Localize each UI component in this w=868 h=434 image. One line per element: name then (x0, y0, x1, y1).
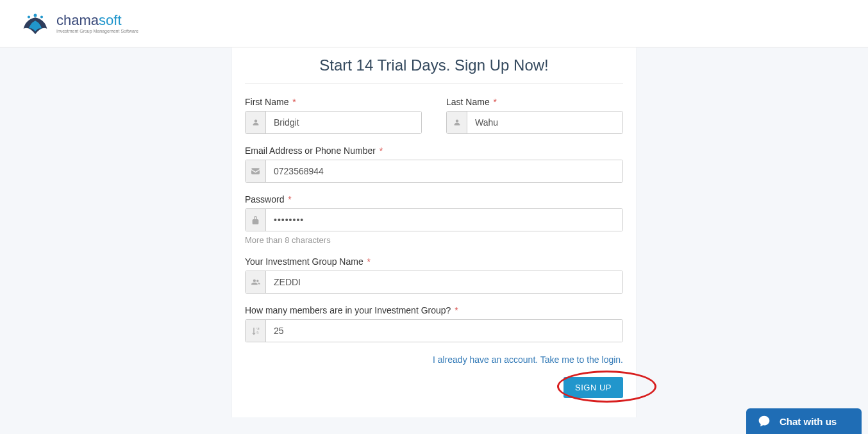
logo-icon (19, 9, 51, 38)
first-name-label: First Name * (245, 97, 422, 107)
login-link[interactable]: I already have an account. Take me to th… (433, 355, 623, 365)
required-star: * (290, 97, 296, 107)
user-icon (447, 112, 467, 133)
members-label: How many members are in your Investment … (245, 305, 623, 315)
page-title: Start 14 Trial Days. Sign Up Now! (245, 56, 623, 84)
required-star: * (365, 256, 371, 267)
envelope-icon (246, 160, 266, 182)
svg-point-2 (40, 15, 43, 18)
group-name-label: Your Investment Group Name * (245, 256, 623, 267)
chat-widget[interactable]: Chat with us (746, 408, 862, 417)
header: chamasoft Investment Group Management So… (0, 0, 868, 47)
members-field[interactable] (266, 320, 622, 342)
logo-soft: soft (99, 12, 121, 28)
email-field[interactable] (266, 160, 622, 182)
password-label: Password * (245, 194, 623, 204)
logo-text: chamasoft Investment Group Management So… (56, 13, 138, 33)
group-name-field[interactable] (266, 271, 622, 293)
lock-icon (246, 209, 266, 231)
svg-point-1 (28, 15, 30, 18)
last-name-label: Last Name * (446, 97, 623, 107)
email-label: Email Address or Phone Number * (245, 146, 623, 156)
login-link-wrap: I already have an account. Take me to th… (245, 354, 623, 365)
signup-form: Start 14 Trial Days. Sign Up Now! First … (232, 47, 636, 417)
required-star: * (377, 146, 383, 156)
chat-icon (758, 415, 771, 417)
logo-tagline: Investment Group Management Software (56, 29, 138, 33)
logo-chama: chama (56, 12, 99, 28)
users-icon (246, 271, 266, 293)
last-name-field[interactable] (467, 112, 622, 133)
required-star: * (285, 194, 291, 204)
user-icon (246, 112, 266, 133)
sort-numeric-icon (246, 320, 266, 342)
logo[interactable]: chamasoft Investment Group Management So… (19, 9, 138, 38)
chat-label: Chat with us (780, 416, 837, 418)
svg-point-0 (34, 14, 37, 17)
first-name-field[interactable] (266, 112, 421, 133)
password-field[interactable] (266, 209, 622, 231)
password-help: More than 8 characters (245, 235, 623, 245)
required-star: * (452, 305, 458, 315)
signup-button[interactable]: SIGN UP (563, 377, 623, 398)
required-star: * (491, 97, 497, 107)
